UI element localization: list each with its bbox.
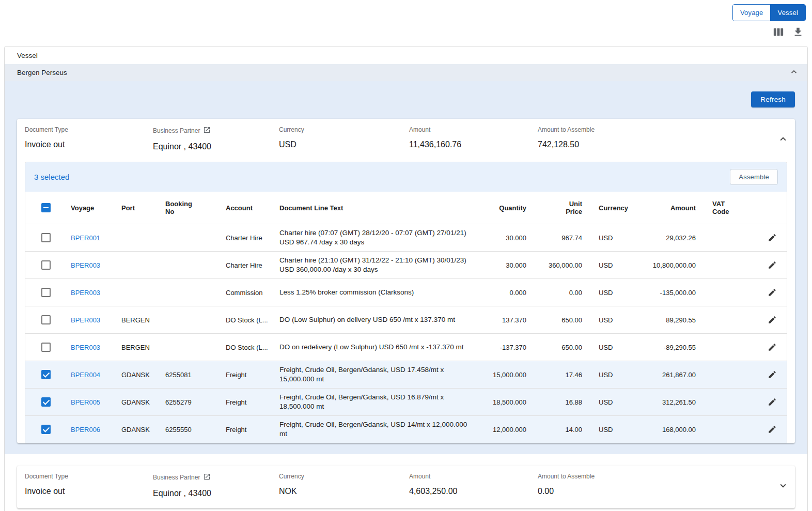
edit-icon (768, 428, 777, 436)
field-label: Document Type (25, 473, 153, 480)
columns-button[interactable] (773, 26, 784, 38)
toggle-vessel-button[interactable]: Vessel (770, 5, 805, 21)
currency-cell: USD (598, 257, 639, 273)
currency-cell: USD (598, 230, 639, 246)
edit-line-button[interactable] (766, 258, 779, 272)
edit-icon (768, 373, 777, 381)
amount-cell: 168,000.00 (639, 422, 711, 438)
voyage-link[interactable]: BPER005 (71, 398, 100, 406)
row-checkbox[interactable] (41, 315, 51, 324)
field-label: Amount (409, 473, 538, 480)
edit-line-button[interactable] (766, 231, 779, 244)
chevron-down-icon (777, 485, 789, 493)
unit-price-cell: 16.88 (542, 394, 598, 410)
expand-document-button[interactable] (777, 480, 789, 491)
document-line-text-cell: Freight, Crude Oil, Bergen/Gdansk, USD 1… (275, 389, 490, 415)
currency-cell: USD (598, 312, 639, 328)
edit-line-button[interactable] (766, 395, 779, 409)
field-value: 4,603,250.00 (409, 487, 538, 496)
port-cell (117, 288, 161, 297)
collapse-document-button[interactable] (777, 133, 789, 145)
document-field: Currency USD (279, 126, 409, 149)
field-value: Equinor , 43400 (153, 489, 279, 498)
row-checkbox[interactable] (41, 343, 51, 352)
document-field: Document Type Invoice out (25, 126, 153, 149)
select-all-checkbox[interactable] (41, 203, 51, 212)
unit-price-cell: 650.00 (542, 312, 598, 328)
voyage-cell: BPER003 (67, 339, 117, 355)
document-field: Amount to Assemble 0.00 (538, 473, 771, 496)
voyage-link[interactable]: BPER003 (71, 289, 100, 297)
account-cell: Freight (222, 367, 275, 383)
row-checkbox[interactable] (41, 425, 51, 434)
row-checkbox[interactable] (41, 233, 51, 242)
field-value: 742,128.50 (538, 140, 771, 149)
voyage-link[interactable]: BPER003 (71, 261, 100, 269)
table-row: BPER001 Charter Hire Charter hire (07:07… (25, 224, 787, 251)
field-value: Invoice out (25, 140, 153, 149)
download-button[interactable] (792, 26, 804, 38)
vat-code-cell (711, 234, 758, 242)
port-cell (117, 234, 161, 242)
col-amount: Amount (639, 200, 711, 216)
edit-line-button[interactable] (766, 368, 779, 381)
document-line-text-cell: Less 1.25% broker commission (Clarksons) (275, 284, 490, 301)
row-checkbox[interactable] (41, 397, 51, 407)
unit-price-cell: 967.74 (542, 230, 598, 246)
document-field: Amount 4,603,250.00 (409, 473, 538, 496)
quantity-cell: 12,000.000 (490, 422, 542, 438)
voyage-link[interactable]: BPER003 (71, 316, 100, 324)
field-label: Amount (409, 126, 538, 133)
vat-code-cell (711, 288, 758, 297)
open-in-new-icon[interactable] (203, 126, 211, 135)
document-field: Business Partner Equinor , 43400 (153, 126, 279, 151)
top-bar: Voyage Vessel (0, 0, 812, 21)
port-cell: GDANSK (117, 422, 161, 438)
row-checkbox[interactable] (41, 260, 51, 270)
field-value: 11,436,160.76 (409, 140, 538, 149)
document-line-text-cell: Freight, Crude Oil, Bergen/Gdansk, USD 1… (275, 361, 490, 388)
amount-cell: 10,800,000.00 (639, 257, 711, 273)
edit-icon (768, 236, 777, 244)
refresh-button[interactable]: Refresh (751, 91, 795, 107)
booking-no-cell (161, 261, 222, 269)
quantity-cell: 0.000 (490, 285, 542, 301)
col-booking-no: Booking No (161, 196, 222, 220)
amount-cell: 29,032.26 (639, 230, 711, 246)
document-card-usd: Document Type Invoice out Business Partn… (17, 119, 795, 443)
voyage-link[interactable]: BPER003 (71, 344, 100, 351)
port-cell: GDANSK (117, 394, 161, 410)
col-currency: Currency (598, 200, 639, 216)
table-row: BPER004 GDANSK 6255081 Freight Freight, … (25, 361, 787, 388)
voyage-link[interactable]: BPER004 (71, 371, 100, 379)
document-field: Business Partner Equinor , 43400 (153, 473, 279, 498)
voyage-cell: BPER001 (67, 230, 117, 246)
vessel-group-header[interactable]: Bergen Perseus (5, 64, 807, 81)
document-line-text-cell: DO on redelivery (Low Sulphur) USD 650 /… (275, 338, 490, 356)
field-label: Currency (279, 473, 409, 480)
amount-cell: -89,290.55 (639, 339, 711, 355)
row-checkbox[interactable] (41, 288, 51, 297)
edit-icon (768, 318, 777, 326)
voyage-link[interactable]: BPER001 (71, 234, 100, 242)
edit-line-button[interactable] (766, 313, 779, 327)
open-in-new-icon[interactable] (203, 473, 211, 482)
quantity-cell: -137.370 (490, 339, 542, 355)
voyage-link[interactable]: BPER006 (71, 426, 100, 433)
col-port: Port (117, 200, 161, 216)
field-label: Business Partner (153, 473, 279, 482)
edit-line-button[interactable] (766, 340, 779, 354)
edit-line-button[interactable] (766, 423, 779, 436)
row-checkbox[interactable] (41, 370, 51, 379)
booking-no-cell: 6255081 (161, 367, 222, 383)
amount-cell: 89,290.55 (639, 312, 711, 328)
quantity-cell: 30.000 (490, 230, 542, 246)
document-line-text-cell: Charter hire (21:10 (GMT) 31/12/22 - 21:… (275, 252, 490, 278)
assemble-button[interactable]: Assemble (730, 169, 778, 185)
currency-cell: USD (598, 339, 639, 355)
voyage-cell: BPER006 (67, 422, 117, 438)
toggle-voyage-button[interactable]: Voyage (733, 5, 771, 21)
vat-code-cell (711, 425, 758, 433)
unit-price-cell: 14.00 (542, 422, 598, 438)
edit-line-button[interactable] (766, 286, 779, 299)
